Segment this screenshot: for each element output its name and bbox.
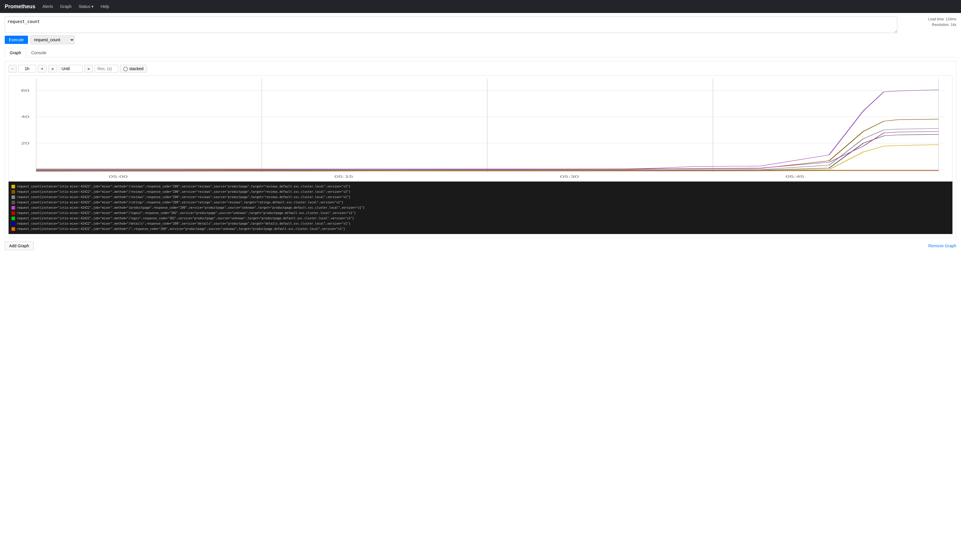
legend-item[interactable]: request_count{instance="istio-mixer:4242… [11, 184, 950, 189]
nav-alerts[interactable]: Alerts [42, 3, 53, 10]
stacked-label: stacked [129, 66, 143, 71]
legend-color-8 [11, 227, 15, 231]
execute-button[interactable]: Execute [5, 36, 28, 44]
svg-text:05:45: 05:45 [786, 175, 805, 178]
svg-text:40: 40 [21, 115, 29, 119]
legend-color-0 [11, 185, 15, 188]
legend-color-7 [11, 222, 15, 225]
legend-text-7: request_count{instance="istio-mixer:4242… [17, 221, 350, 226]
legend-text-5: request_count{instance="istio-mixer:4242… [17, 210, 356, 216]
controls-row: Execute request_count [5, 35, 956, 44]
svg-text:05:30: 05:30 [560, 175, 579, 178]
nav-status-dropdown[interactable]: Status ▾ [79, 4, 94, 9]
legend-item[interactable]: request_count{instance="istio-mixer:4242… [11, 200, 950, 205]
legend-color-3 [11, 201, 15, 204]
legend-color-6 [11, 217, 15, 220]
legend-item[interactable]: request_count{instance="istio-mixer:4242… [11, 221, 950, 226]
graph-panel: - + « » ◯ stacked [5, 61, 956, 238]
zoom-out-button[interactable]: - [8, 65, 16, 72]
legend-text-6: request_count{instance="istio-mixer:4242… [17, 216, 354, 221]
svg-text:60: 60 [21, 89, 29, 92]
query-area: request_count Load time: 124ms Resolutio… [5, 16, 956, 33]
chart-svg: 60 40 20 05:00 05:15 05:30 05:45 [9, 76, 952, 181]
legend-item[interactable]: request_count{instance="istio-mixer:4242… [11, 210, 950, 216]
main-content: request_count Load time: 124ms Resolutio… [0, 13, 961, 254]
navbar: Prometheus Alerts Graph Status ▾ Help [0, 0, 961, 13]
back-button[interactable]: « [48, 65, 57, 72]
dropdown-caret-icon: ▾ [92, 4, 93, 9]
resolution: Resolution: 14s [928, 22, 956, 28]
legend: request_count{instance="istio-mixer:4242… [8, 181, 953, 234]
forward-button[interactable]: » [84, 65, 93, 72]
legend-color-5 [11, 211, 15, 215]
svg-text:20: 20 [21, 141, 29, 145]
legend-text-1: request_count{instance="istio-mixer:4242… [17, 189, 350, 194]
zoom-in-button[interactable]: + [38, 65, 47, 72]
legend-color-1 [11, 190, 15, 194]
query-input[interactable]: request_count [5, 16, 897, 33]
tab-bar: Graph Console [5, 48, 956, 58]
stacked-button[interactable]: ◯ stacked [120, 65, 146, 72]
legend-text-3: request_count{instance="istio-mixer:4242… [17, 200, 344, 205]
footer-row: Add Graph Remove Graph [5, 241, 956, 250]
until-input[interactable] [59, 65, 82, 72]
chart-container: 60 40 20 05:00 05:15 05:30 05:45 [8, 75, 953, 181]
tab-console[interactable]: Console [26, 48, 51, 58]
stacked-icon: ◯ [123, 66, 128, 71]
nav-help[interactable]: Help [101, 3, 109, 10]
load-time: Load time: 124ms [928, 16, 956, 22]
legend-text-0: request_count{instance="istio-mixer:4242… [17, 184, 350, 189]
add-graph-button[interactable]: Add Graph [5, 241, 34, 250]
resolution-input[interactable] [95, 65, 118, 72]
legend-item[interactable]: request_count{instance="istio-mixer:4242… [11, 189, 950, 194]
legend-item[interactable]: request_count{instance="istio-mixer:4242… [11, 226, 950, 232]
nav-status-label: Status [79, 4, 90, 9]
graph-toolbar: - + « » ◯ stacked [8, 65, 953, 72]
brand-link[interactable]: Prometheus [5, 3, 35, 10]
legend-text-2: request_count{instance="istio-mixer:4242… [17, 194, 350, 200]
metric-select[interactable]: request_count [31, 35, 75, 44]
legend-color-2 [11, 196, 15, 199]
tab-graph[interactable]: Graph [5, 48, 26, 58]
legend-item[interactable]: request_count{instance="istio-mixer:4242… [11, 194, 950, 200]
legend-color-4 [11, 206, 15, 210]
legend-item[interactable]: request_count{instance="istio-mixer:4242… [11, 216, 950, 221]
nav-graph[interactable]: Graph [60, 3, 72, 10]
load-info: Load time: 124ms Resolution: 14s [928, 16, 956, 28]
legend-text-8: request_count{instance="istio-mixer:4242… [17, 226, 345, 232]
legend-item[interactable]: request_count{instance="istio-mixer:4242… [11, 205, 950, 210]
legend-text-4: request_count{instance="istio-mixer:4242… [17, 205, 365, 210]
remove-graph-link[interactable]: Remove Graph [928, 244, 956, 248]
time-range-input[interactable] [18, 65, 36, 72]
svg-text:05:15: 05:15 [334, 175, 353, 178]
svg-text:05:00: 05:00 [109, 175, 128, 178]
